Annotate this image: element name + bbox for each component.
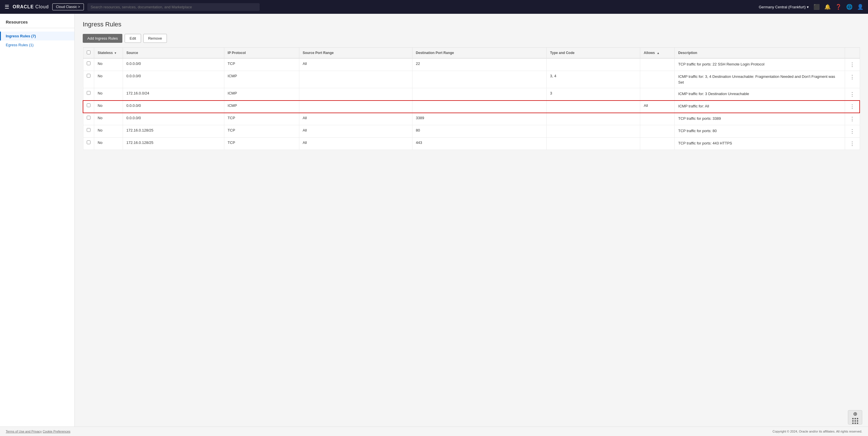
row-action-button[interactable]: ⋮ [848,116,856,122]
cell-destination-port-range [412,100,546,113]
edit-button[interactable]: Edit [125,34,141,43]
region-chevron-icon: ▾ [807,5,809,9]
row-action-button[interactable]: ⋮ [848,103,856,110]
cell-source-port-range [299,88,412,100]
user-icon[interactable]: 👤 [857,4,863,10]
cell-ip-protocol: ICMP [224,88,299,100]
stateless-sort-icon: ▾ [115,52,116,55]
cell-type-and-code [547,58,640,71]
row-checkbox[interactable] [87,116,91,120]
select-all-checkbox[interactable] [87,51,91,54]
cell-stateless: No [94,100,123,113]
cell-destination-port-range: 80 [412,125,546,137]
bell-icon[interactable]: 🔔 [824,4,831,10]
row-checkbox[interactable] [87,91,91,95]
cell-type-and-code [547,125,640,137]
th-actions [845,48,860,59]
top-navigation: ☰ ORACLE Cloud Cloud Classic > Germany C… [0,0,868,14]
sidebar-item-egress-rules[interactable]: Egress Rules (1) [0,40,74,50]
cloud-classic-button[interactable]: Cloud Classic > [52,3,84,10]
th-allows[interactable]: Allows ▲ [640,48,675,59]
sidebar-title: Resources [0,20,74,28]
help-icon[interactable]: ❓ [835,4,842,10]
cell-action: ⋮ [845,125,860,137]
th-source: Source [123,48,224,59]
cell-description: TCP traffic for ports: 443 HTTPS [675,137,845,150]
cell-source: 0.0.0.0/0 [123,100,224,113]
cell-allows [640,88,675,100]
cell-allows [640,125,675,137]
cookie-preferences-link[interactable]: Cookie Preferences [42,430,70,433]
cell-source: 172.16.0.128/25 [123,125,224,137]
row-action-button[interactable]: ⋮ [848,128,856,134]
add-ingress-rules-button[interactable]: Add Ingress Rules [83,34,122,43]
row-action-button[interactable]: ⋮ [848,61,856,68]
terminal-icon[interactable]: ⬛ [813,4,820,10]
main-content: Ingress Rules Add Ingress Rules Edit Rem… [75,14,868,436]
cell-stateless: No [94,58,123,71]
table-row: No172.16.0.128/25TCPAll80TCP traffic for… [83,125,860,137]
row-checkbox[interactable] [87,103,91,107]
cell-type-and-code: 3, 4 [547,71,640,88]
row-action-button[interactable]: ⋮ [848,141,856,147]
hamburger-icon[interactable]: ☰ [5,4,9,10]
th-description: Description [675,48,845,59]
region-selector[interactable]: Germany Central (Frankfurt) ▾ [759,5,809,9]
cell-source: 0.0.0.0/0 [123,71,224,88]
cell-type-and-code [547,137,640,150]
cell-destination-port-range: 443 [412,137,546,150]
row-action-button[interactable]: ⋮ [848,91,856,97]
cell-source-port-range: All [299,137,412,150]
row-checkbox-cell [83,58,94,71]
terms-link[interactable]: Terms of Use and Privacy [6,430,42,433]
row-checkbox[interactable] [87,128,91,132]
sidebar-item-ingress-rules[interactable]: Ingress Rules (7) [0,32,74,40]
cell-description: ICMP traffic for: 3, 4 Destination Unrea… [675,71,845,88]
th-destination-port-range: Destination Port Range [412,48,546,59]
dots-grid-icon [852,418,858,424]
cell-source: 172.16.0.0/24 [123,88,224,100]
cell-source-port-range: All [299,125,412,137]
cell-ip-protocol: ICMP [224,100,299,113]
cell-description: ICMP traffic for: All [675,100,845,113]
cell-stateless: No [94,125,123,137]
help-popup-button[interactable]: ⊕ [848,410,862,425]
row-checkbox[interactable] [87,141,91,144]
allows-sort-icon: ▲ [657,52,659,55]
footer: Terms of Use and Privacy Cookie Preferen… [0,427,868,436]
cell-ip-protocol: TCP [224,125,299,137]
cell-source: 0.0.0.0/0 [123,113,224,125]
cell-destination-port-range [412,71,546,88]
globe-icon[interactable]: 🌐 [846,4,852,10]
cell-destination-port-range [412,88,546,100]
remove-button[interactable]: Remove [143,34,167,43]
search-input[interactable] [87,3,260,11]
row-action-button[interactable]: ⋮ [848,74,856,80]
row-checkbox-cell [83,137,94,150]
sidebar: Resources Ingress Rules (7) Egress Rules… [0,14,75,436]
table-row: No0.0.0.0/0ICMPAllICMP traffic for: All⋮ [83,100,860,113]
row-checkbox-cell [83,88,94,100]
row-checkbox-cell [83,125,94,137]
row-checkbox[interactable] [87,61,91,65]
th-stateless[interactable]: Stateless ▾ [94,48,123,59]
cell-allows [640,71,675,88]
cell-type-and-code: 3 [547,88,640,100]
region-label: Germany Central (Frankfurt) [759,5,806,9]
cell-allows [640,58,675,71]
cell-ip-protocol: TCP [224,137,299,150]
row-checkbox[interactable] [87,74,91,77]
cell-destination-port-range: 3389 [412,113,546,125]
th-type-and-code: Type and Code [547,48,640,59]
cell-ip-protocol: TCP [224,113,299,125]
cell-ip-protocol: TCP [224,58,299,71]
cell-type-and-code [547,113,640,125]
cell-stateless: No [94,113,123,125]
cell-allows [640,113,675,125]
table-row: No172.16.0.0/24ICMP3ICMP traffic for: 3 … [83,88,860,100]
row-checkbox-cell [83,100,94,113]
ingress-rules-table: Stateless ▾ Source IP Protocol Source Po… [83,48,860,150]
cell-action: ⋮ [845,88,860,100]
cell-source-port-range: All [299,58,412,71]
cell-source: 0.0.0.0/0 [123,58,224,71]
